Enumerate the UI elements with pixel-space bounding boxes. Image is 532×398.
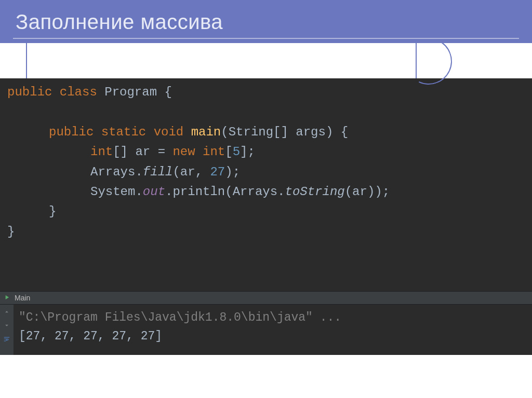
keyword: new int (172, 145, 225, 159)
code-line: System.out.println(Arrays.toString(ar)); (7, 182, 525, 202)
code-line: public static void main(String[] args) { (7, 122, 525, 142)
keyword: public static void (49, 125, 191, 139)
console-gutter (0, 305, 14, 355)
method-name: main (191, 125, 221, 139)
code-text: (ar, (172, 165, 210, 179)
code-blank-line (7, 102, 525, 122)
number-literal: 5 (233, 145, 240, 159)
code-text: [] ar = (113, 145, 172, 159)
code-text: [ (225, 145, 232, 159)
field-ref: out (143, 185, 165, 199)
run-config-label: Main (15, 294, 30, 302)
code-editor[interactable]: public class Program { public static voi… (0, 78, 532, 291)
code-text: ]; (240, 145, 255, 159)
code-line: } (7, 222, 525, 242)
code-text: Arrays. (90, 165, 143, 179)
number-literal: 27 (210, 165, 225, 179)
code-text: } (49, 204, 56, 218)
code-line: Arrays.fill(ar, 27); (7, 162, 525, 182)
console-panel: "C:\Program Files\Java\jdk1.8.0\bin\java… (0, 305, 532, 355)
title-underline (13, 38, 519, 39)
code-text: (ar)); (345, 185, 390, 199)
keyword: public class (7, 85, 97, 99)
slide-decoration (0, 43, 532, 78)
method-call: fill (143, 165, 173, 179)
code-text: (String[] args) { (221, 125, 348, 139)
console-command: "C:\Program Files\Java\jdk1.8.0\bin\java… (19, 309, 525, 327)
code-text: System. (90, 185, 143, 199)
code-text: Program { (97, 85, 172, 99)
code-line: public class Program { (7, 83, 525, 102)
code-text: } (7, 225, 15, 239)
slide-title: Заполнение массива (16, 10, 516, 34)
wrap-icon[interactable] (3, 335, 11, 343)
slide-header: Заполнение массива (0, 0, 532, 43)
code-text: ); (225, 165, 240, 179)
arrow-down-icon[interactable] (3, 321, 11, 330)
console-output[interactable]: "C:\Program Files\Java\jdk1.8.0\bin\java… (14, 305, 532, 355)
code-line: int[] ar = new int[5]; (7, 142, 525, 162)
arrow-up-icon[interactable] (3, 308, 11, 316)
console-result: [27, 27, 27, 27, 27] (19, 327, 525, 346)
method-call: toString (285, 185, 344, 199)
keyword: int (90, 145, 113, 159)
code-line: } (7, 202, 525, 222)
run-icon (3, 294, 10, 301)
run-config-bar[interactable]: Main (0, 291, 532, 305)
code-text: .println(Arrays. (165, 185, 285, 199)
